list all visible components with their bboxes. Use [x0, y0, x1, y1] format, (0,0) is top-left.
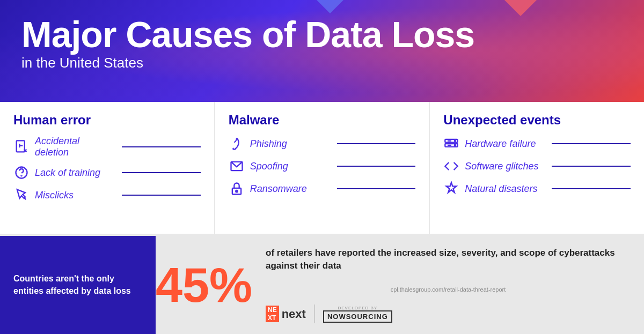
footer-percent-panel: 45%	[156, 236, 252, 334]
footer-left-text: Countries aren't the only entities affec…	[13, 273, 142, 297]
logo-nowsourcing-top: DEVELOPED BY	[338, 306, 377, 310]
cursor-click-icon	[13, 187, 30, 203]
header-section: Major Causes of Data Loss in the United …	[0, 0, 644, 102]
page-title: Major Causes of Data Loss	[21, 16, 623, 53]
category-unexpected-events: Unexpected events Hardware failure	[430, 102, 644, 234]
logo-nowsourcing-main: NOWSOURCING	[323, 310, 392, 323]
cause-label-lack-of-training: Lack of training	[35, 167, 114, 179]
header-arrow-top2	[317, 0, 343, 13]
svg-line-7	[24, 198, 26, 200]
cause-misclicks: Misclicks	[13, 187, 201, 203]
hook-icon	[229, 136, 245, 152]
cause-line	[337, 143, 416, 144]
category-title-malware: Malware	[229, 113, 416, 128]
logo-next-word: next	[282, 307, 306, 321]
storm-icon	[443, 181, 459, 197]
footer-section: Countries aren't the only entities affec…	[0, 236, 644, 334]
footer-source: cpl.thalesgroup.com/retail-data-threat-r…	[266, 284, 631, 293]
svg-point-13	[455, 140, 456, 142]
svg-point-14	[455, 145, 456, 146]
svg-rect-0	[17, 140, 25, 152]
cause-lack-of-training: Lack of training	[13, 165, 201, 181]
cause-label-spoofing: Spoofing	[250, 161, 329, 172]
cause-natural-disasters: Natural disasters	[443, 181, 631, 197]
cause-line	[552, 143, 631, 144]
cause-label-hardware-failure: Hardware failure	[465, 138, 544, 150]
footer-logos: NEXT next DEVELOPED BY NOWSOURCING	[266, 305, 631, 323]
cause-label-software-glitches: Software glitches	[465, 161, 544, 172]
category-title-unexpected-events: Unexpected events	[443, 113, 631, 128]
help-circle-icon	[13, 165, 30, 181]
cause-line	[337, 166, 416, 167]
svg-point-10	[236, 190, 238, 192]
category-title-human-error: Human error	[13, 113, 201, 128]
cause-hardware-failure: Hardware failure	[443, 136, 631, 152]
logo-divider	[314, 305, 315, 323]
page-subtitle: in the United States	[21, 55, 623, 71]
cause-label-ransomware: Ransomware	[250, 183, 329, 195]
lock-icon	[229, 181, 245, 197]
logo-ne-xt-letters: NEXT	[266, 306, 279, 322]
cause-line	[122, 172, 201, 173]
cause-line	[122, 195, 201, 196]
logo-nowsourcing: DEVELOPED BY NOWSOURCING	[323, 306, 392, 323]
category-human-error: Human error Accidental deletion	[0, 102, 215, 234]
cause-line	[552, 188, 631, 189]
footer-percent-value: 45%	[156, 261, 252, 309]
server-icon	[443, 136, 459, 152]
cause-label-phishing: Phishing	[250, 138, 329, 150]
cause-software-glitches: Software glitches	[443, 158, 631, 174]
svg-point-6	[21, 175, 21, 176]
envelope-icon	[229, 158, 245, 174]
cause-label-misclicks: Misclicks	[35, 190, 114, 201]
cause-line	[337, 188, 416, 189]
footer-right-panel: of retailers have reported the increased…	[252, 236, 644, 334]
cause-ransomware: Ransomware	[229, 181, 416, 197]
causes-section: Human error Accidental deletion	[0, 102, 644, 236]
cause-spoofing: Spoofing	[229, 158, 416, 174]
logo-next: NEXT next	[266, 306, 306, 322]
cause-phishing: Phishing	[229, 136, 416, 152]
header-arrow-top	[504, 0, 537, 16]
cause-accidental-deletion: Accidental deletion	[13, 136, 201, 158]
category-malware: Malware Phishing Spoofing	[215, 102, 430, 234]
code-icon	[443, 158, 459, 174]
cause-line	[122, 146, 201, 147]
cause-line	[552, 166, 631, 167]
document-delete-icon	[13, 139, 30, 155]
footer-left-panel: Countries aren't the only entities affec…	[0, 236, 156, 334]
cause-label-accidental-deletion: Accidental deletion	[35, 136, 114, 158]
footer-right-text: of retailers have reported the increased…	[266, 247, 631, 272]
cause-label-natural-disasters: Natural disasters	[465, 183, 544, 195]
